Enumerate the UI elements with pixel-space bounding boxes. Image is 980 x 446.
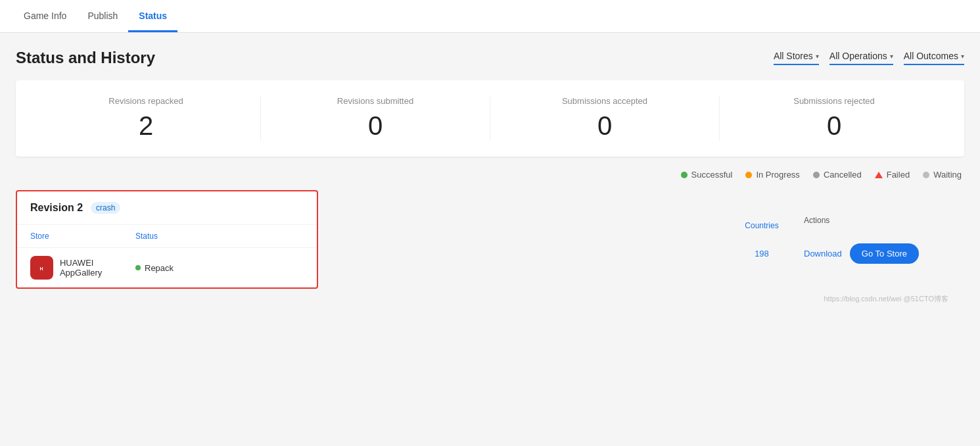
tab-game-info[interactable]: Game Info	[13, 1, 77, 32]
stat-revisions-submitted: Revisions submitted 0	[261, 96, 490, 141]
stat-value-submissions-rejected: 0	[720, 111, 948, 141]
actions-block: Actions Download Go To Store	[804, 216, 948, 264]
stat-label-submissions-accepted: Submissions accepted	[490, 96, 719, 106]
in-progress-icon	[745, 172, 752, 178]
legend-cancelled-label: Cancelled	[824, 170, 862, 180]
store-name: HUAWEI AppGallery	[60, 258, 135, 278]
filter-row: All Stores ▾ All Operations ▾ All Outcom…	[774, 51, 964, 65]
stat-value-submissions-accepted: 0	[490, 111, 719, 141]
stat-label-submissions-rejected: Submissions rejected	[720, 96, 948, 106]
chevron-down-icon: ▾	[961, 53, 964, 60]
legend-waiting: Waiting	[923, 170, 962, 180]
store-cell: H HUAWEI AppGallery	[30, 256, 135, 280]
revision-box: Revision 2 crash Store Status H HUAW	[16, 190, 318, 289]
filter-all-outcomes[interactable]: All Outcomes ▾	[904, 51, 964, 65]
revision-table-header: Store Status	[17, 225, 317, 248]
stat-label-revisions-submitted: Revisions submitted	[261, 96, 490, 106]
actions-header-label: Actions	[804, 216, 948, 225]
stat-revisions-repacked: Revisions repacked 2	[32, 96, 261, 141]
filter-all-stores[interactable]: All Stores ▾	[774, 51, 819, 65]
table-row: H HUAWEI AppGallery Repack	[17, 248, 317, 287]
legend-in-progress-label: In Progress	[756, 170, 799, 180]
legend-in-progress: In Progress	[745, 170, 799, 180]
store-logo: H	[30, 256, 53, 280]
stat-value-revisions-submitted: 0	[261, 111, 490, 141]
go-to-store-button[interactable]: Go To Store	[850, 243, 919, 264]
legend-failed-label: Failed	[887, 170, 910, 180]
stat-value-revisions-repacked: 2	[32, 111, 260, 141]
watermark: https://blog.csdn.net/wei @51CTO博客	[16, 289, 964, 309]
status-value: Repack	[145, 263, 174, 273]
column-header-store: Store	[30, 232, 135, 241]
chevron-down-icon: ▾	[816, 53, 819, 60]
main-content: Status and History All Stores ▾ All Oper…	[0, 33, 980, 325]
huawei-logo-icon: H	[34, 260, 49, 276]
download-link[interactable]: Download	[804, 249, 842, 259]
stats-card: Revisions repacked 2 Revisions submitted…	[16, 80, 964, 157]
cancelled-icon	[813, 172, 820, 178]
svg-text:H: H	[40, 266, 43, 271]
legend-successful-label: Successful	[691, 170, 733, 180]
stat-submissions-accepted: Submissions accepted 0	[490, 96, 720, 141]
page-title: Status and History	[16, 49, 155, 67]
right-side: Countries 198 Actions Download Go To Sto…	[318, 190, 964, 289]
chevron-down-icon: ▾	[890, 53, 893, 60]
countries-block: Countries 198	[735, 221, 788, 259]
actions-buttons: Download Go To Store	[804, 243, 948, 264]
successful-icon	[681, 172, 688, 178]
column-header-status: Status	[135, 232, 304, 241]
revision-title: Revision 2	[30, 202, 83, 214]
all-stores-label: All Stores	[774, 51, 813, 61]
status-dot-icon	[135, 265, 141, 270]
right-side-inner: Countries 198 Actions Download Go To Sto…	[735, 216, 948, 264]
legend-successful: Successful	[681, 170, 733, 180]
top-nav: Game Info Publish Status	[0, 0, 980, 33]
legend-failed: Failed	[875, 170, 910, 180]
revision-badge: crash	[91, 202, 120, 214]
tab-publish[interactable]: Publish	[77, 1, 128, 32]
page-header: Status and History All Stores ▾ All Oper…	[16, 49, 964, 67]
filter-all-operations[interactable]: All Operations ▾	[829, 51, 893, 65]
tab-status[interactable]: Status	[128, 1, 177, 32]
revision-header: Revision 2 crash	[17, 191, 317, 225]
all-operations-label: All Operations	[829, 51, 887, 61]
stat-submissions-rejected: Submissions rejected 0	[720, 96, 948, 141]
legend-cancelled: Cancelled	[813, 170, 862, 180]
countries-header-label: Countries	[745, 221, 778, 230]
revision-full-row: Revision 2 crash Store Status H HUAW	[16, 190, 964, 289]
status-cell: Repack	[135, 263, 304, 273]
all-outcomes-label: All Outcomes	[904, 51, 958, 61]
failed-icon	[875, 172, 883, 178]
legend-row: Successful In Progress Cancelled Failed …	[16, 170, 964, 180]
legend-waiting-label: Waiting	[933, 170, 962, 180]
waiting-icon	[923, 172, 929, 178]
stat-label-revisions-repacked: Revisions repacked	[32, 96, 260, 106]
countries-value: 198	[755, 249, 769, 259]
